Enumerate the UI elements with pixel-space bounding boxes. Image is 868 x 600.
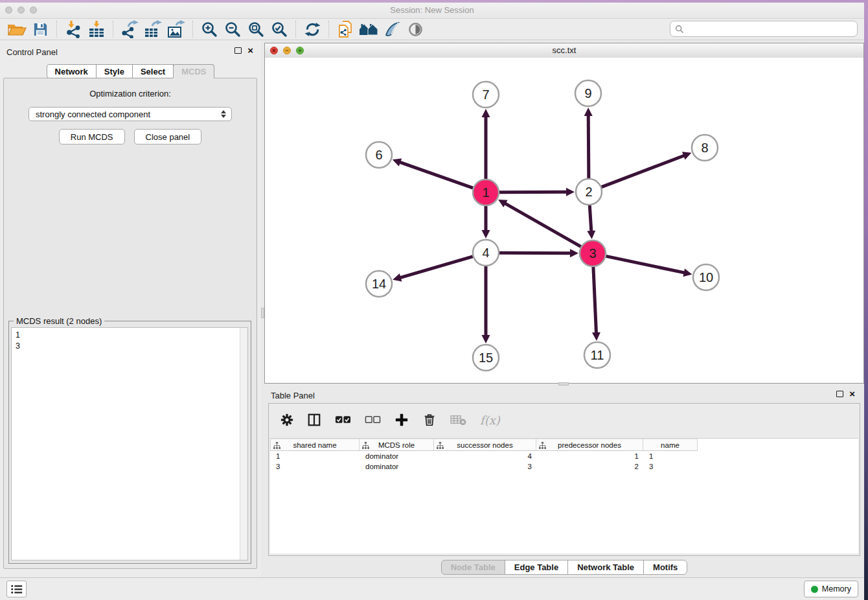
column-type-icon: [362, 442, 369, 450]
network-view-window: scc.txt 1234678910111415: [264, 43, 864, 384]
mcds-pane: Optimization criterion: strongly connect…: [3, 78, 257, 569]
horizontal-splitter-grip[interactable]: [558, 382, 569, 386]
home-icon[interactable]: [357, 19, 380, 39]
column-header-successor-nodes[interactable]: successor nodes: [434, 439, 536, 451]
memory-label: Memory: [822, 584, 851, 594]
settings-gear-icon[interactable]: [280, 413, 293, 426]
zoom-selected-icon[interactable]: [268, 19, 291, 39]
list-icon: [10, 584, 23, 595]
table-toolbar: f(x): [269, 404, 860, 436]
toolbar-separator: [192, 21, 193, 38]
graph-edge-arrowhead: [570, 249, 578, 257]
float-panel-icon[interactable]: [234, 47, 242, 54]
close-panel-icon[interactable]: ×: [247, 47, 253, 54]
graph-edge-arrowhead: [393, 158, 402, 166]
deselect-all-rows-icon[interactable]: [365, 415, 381, 424]
graph-node-label: 8: [701, 141, 708, 155]
style-brush-icon[interactable]: [380, 19, 404, 39]
save-session-icon[interactable]: [29, 19, 52, 39]
network-window-titlebar[interactable]: scc.txt: [265, 43, 863, 58]
graph-edge-arrowhead: [592, 332, 600, 341]
search-field[interactable]: [670, 21, 858, 37]
graph-edge-2-9[interactable]: [588, 115, 589, 178]
add-column-icon[interactable]: [394, 413, 409, 427]
search-input[interactable]: [687, 23, 857, 34]
graph-edge-1-2[interactable]: [499, 192, 567, 192]
run-mcds-button[interactable]: Run MCDS: [59, 129, 125, 144]
clear-table-icon: [450, 414, 466, 426]
graph-edge-arrowhead: [482, 230, 490, 238]
column-type-icon: [437, 442, 444, 450]
tab-network-table[interactable]: Network Table: [567, 560, 644, 575]
import-table-icon[interactable]: [85, 19, 108, 39]
close-panel-button[interactable]: Close panel: [134, 129, 202, 144]
graph-edge-4-3[interactable]: [499, 253, 571, 253]
share-document-icon[interactable]: [334, 19, 357, 39]
tab-node-table[interactable]: Node Table: [441, 560, 505, 575]
network-canvas[interactable]: 1234678910111415: [265, 58, 863, 383]
mcds-result-line: 1: [12, 328, 247, 341]
eye-icon[interactable]: [404, 19, 427, 39]
close-panel-icon[interactable]: ×: [849, 390, 855, 398]
export-image-icon[interactable]: [165, 19, 188, 39]
graph-edge-3-1[interactable]: [505, 203, 581, 246]
table-row[interactable]: 3 dominator 3 2 3: [270, 461, 858, 472]
export-network-icon[interactable]: [118, 19, 141, 39]
table-row[interactable]: 1 dominator 4 1 1: [270, 451, 858, 461]
column-header-name[interactable]: name: [643, 439, 698, 451]
float-panel-icon[interactable]: [836, 391, 843, 397]
table-panel: Table Panel ×: [264, 386, 864, 577]
refresh-view-icon[interactable]: [301, 19, 324, 39]
mcds-result-title: MCDS result (2 nodes): [14, 316, 104, 326]
select-all-rows-icon[interactable]: [335, 415, 351, 424]
network-graph: 1234678910111415: [265, 58, 863, 383]
graph-edge-2-8[interactable]: [602, 156, 685, 187]
status-bar: Memory: [0, 577, 864, 600]
chevron-up-down-icon: [221, 110, 226, 118]
graph-edge-3-11[interactable]: [593, 267, 597, 334]
node-table[interactable]: shared name MCDS role successor nodes pr…: [270, 438, 858, 553]
mcds-result-box[interactable]: 1 3: [11, 327, 248, 560]
table-tabs: Node Table Edge Table Network Table Moti…: [264, 560, 864, 575]
fit-content-icon[interactable]: [244, 19, 268, 39]
column-header-predecessor-nodes[interactable]: predecessor nodes: [536, 439, 643, 451]
task-history-button[interactable]: [6, 581, 27, 597]
memory-button[interactable]: Memory: [804, 581, 858, 597]
graph-edge-1-6[interactable]: [399, 162, 473, 188]
graph-edge-3-10[interactable]: [606, 256, 685, 273]
window-title: Session: New Session: [0, 5, 864, 15]
control-panel-tabs: Network Style Select MCDS: [0, 64, 261, 78]
delete-column-icon[interactable]: [422, 413, 437, 427]
optimization-criterion-label: Optimization criterion:: [4, 89, 257, 98]
optimization-criterion-dropdown[interactable]: strongly connected component: [29, 107, 232, 121]
column-type-icon: [273, 442, 280, 450]
graph-node-label: 14: [372, 277, 386, 291]
tab-mcds[interactable]: MCDS: [173, 64, 214, 78]
function-builder-icon: f(x): [480, 413, 500, 427]
tab-edge-table[interactable]: Edge Table: [505, 560, 568, 575]
column-layout-icon[interactable]: [307, 413, 321, 427]
graph-edge-4-14[interactable]: [400, 257, 473, 278]
tab-style[interactable]: Style: [96, 64, 133, 78]
app-window: Session: New Session: [0, 0, 868, 600]
graph-node-label: 9: [584, 86, 591, 100]
graph-node-label: 15: [479, 351, 493, 365]
tab-select[interactable]: Select: [132, 64, 174, 78]
table-header-row: shared name MCDS role successor nodes pr…: [270, 439, 858, 451]
desktop-background-right: [864, 0, 868, 600]
column-header-mcds-role[interactable]: MCDS role: [360, 439, 434, 451]
tab-network[interactable]: Network: [47, 64, 97, 78]
open-file-icon[interactable]: [5, 19, 29, 39]
column-type-icon: [539, 442, 546, 450]
graph-edge-2-3[interactable]: [589, 205, 591, 232]
toolbar-separator: [113, 21, 113, 38]
export-table-icon[interactable]: [141, 19, 165, 39]
graph-node-label: 1: [482, 185, 489, 200]
result-scrollbar[interactable]: [240, 328, 247, 560]
zoom-out-icon[interactable]: [221, 19, 244, 39]
import-network-icon[interactable]: [62, 19, 85, 39]
column-header-shared-name[interactable]: shared name: [270, 439, 360, 451]
zoom-in-icon[interactable]: [198, 19, 221, 39]
memory-status-dot: [811, 586, 818, 593]
tab-motifs[interactable]: Motifs: [643, 560, 687, 575]
